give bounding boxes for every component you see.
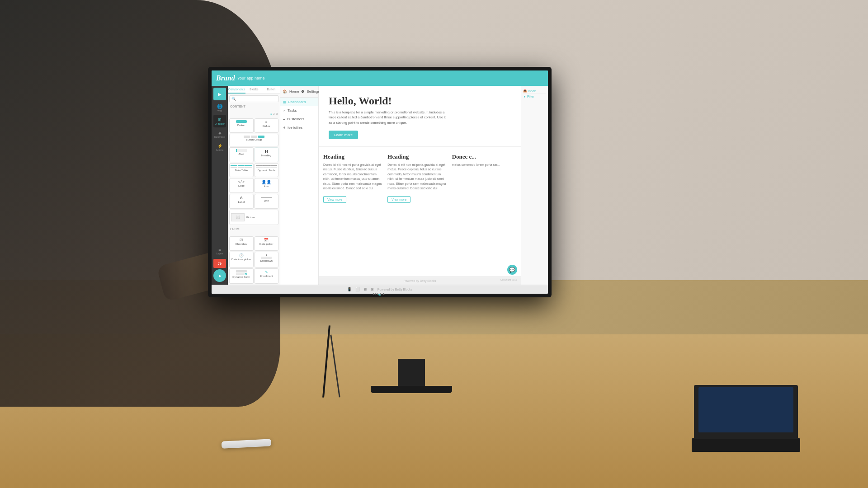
panel-item-enrollment[interactable]: ✎ Enrollment <box>255 268 279 284</box>
card-3: Donec e... metus commodo lorem porta ser… <box>452 153 516 272</box>
dell-label: DELL <box>368 292 391 296</box>
settings-link[interactable]: Settings <box>307 89 320 94</box>
nav-topbar: 🏠 Home ⚙ Settings <box>280 86 318 98</box>
weather-badge: 79 <box>213 259 226 268</box>
panel-item-line[interactable]: Line <box>255 194 279 209</box>
expand-icon[interactable]: ⊞ <box>371 287 374 291</box>
app-name: Your app name <box>237 76 265 80</box>
card-3-text: metus commodo lorem porta ser... <box>452 163 516 168</box>
ui-builder-tool[interactable]: ⊞ UI Builder <box>213 115 226 127</box>
panel-item-button[interactable]: Button <box>229 118 254 133</box>
ice-lollies-icon: ❄ <box>283 126 286 130</box>
learn-more-button[interactable]: Learn more <box>329 131 358 139</box>
nav-sidebar: 🏠 Home ⚙ Settings ▦ Dashboard ✓ Task <box>280 86 319 285</box>
chat-button[interactable]: 💬 <box>507 265 517 275</box>
laptop-lid <box>694 385 798 439</box>
panel-item-date-picker[interactable]: 📅 Date picker <box>255 236 279 251</box>
card-1-button[interactable]: View more <box>323 196 346 203</box>
inbox-icon: 📥 <box>523 89 527 93</box>
panel-item-heading[interactable]: H Heading <box>255 147 279 162</box>
play-button[interactable]: ▶ <box>213 88 226 100</box>
layers-tool[interactable]: ≡ Layers <box>213 245 226 258</box>
background: DELL Brand Your app name ▶ 🌐 Web <box>0 0 868 488</box>
card-3-heading: Donec e... <box>452 153 516 160</box>
brand-logo: Brand <box>216 74 235 82</box>
powered-by-bottom: Powered by Betty Blocks <box>377 288 412 291</box>
hero-title: Hello, World! <box>329 95 511 107</box>
datamodel-tool[interactable]: ◈ Datamodel <box>213 128 226 141</box>
right-panel: 📥 Inbox ▼ Filter <box>521 86 548 285</box>
powered-by: Powered by Betty Blocks <box>404 279 436 282</box>
web-tool[interactable]: 🌐 Web <box>213 102 226 114</box>
actions-tool[interactable]: ⚡ Actions <box>213 141 226 154</box>
component-panel: Components Blocks Button 🔍 CONTENT <box>228 86 280 285</box>
panel-item-icon[interactable]: 👤👤 Icon <box>255 178 279 193</box>
monitor-screen: Brand Your app name ▶ 🌐 Web ⊞ U <box>212 70 548 294</box>
search-icon: 🔍 <box>231 97 236 101</box>
panel-item-dynamic-form[interactable]: ⊕ Dynamic Form <box>229 268 254 284</box>
panel-item-data-table[interactable]: Data Table <box>229 163 254 177</box>
search-box[interactable]: 🔍 <box>229 95 278 102</box>
tool-sidebar: ▶ 🌐 Web ⊞ UI Builder ◈ Datamodel <box>212 86 228 285</box>
filter-item[interactable]: ▼ Filter <box>523 94 546 99</box>
tab-button[interactable]: Button <box>263 86 280 94</box>
cards-grid: Heading Donec id elit non mi porta gravi… <box>319 147 521 277</box>
card-2-heading: Heading <box>387 153 447 160</box>
laptop-base <box>692 438 800 452</box>
tab-blocks[interactable]: Blocks <box>245 86 263 94</box>
card-2: Heading Donec id elit non mi porta gravi… <box>387 153 452 272</box>
customers-icon: ● <box>283 117 285 121</box>
panel-item-label[interactable]: A Label <box>229 194 254 209</box>
monitor-neck <box>398 359 425 386</box>
mobile-icon[interactable]: 📱 <box>347 287 352 291</box>
home-icon: 🏠 <box>283 89 287 94</box>
app-body: ▶ 🌐 Web ⊞ UI Builder ◈ Datamodel <box>212 86 548 285</box>
form-section-label: FORM <box>229 226 278 235</box>
laptop-screen <box>698 387 793 432</box>
card-1-heading: Heading <box>323 153 383 160</box>
panel-item-dynamic-table[interactable]: Dynamic Table <box>255 163 279 177</box>
panel-item-code[interactable]: </> Code <box>229 178 254 193</box>
content-section-label: CONTENT <box>228 103 280 109</box>
copyright: Copyright 2017 <box>500 278 517 281</box>
app-header: Brand Your app name <box>212 70 548 86</box>
filter-icon: ▼ <box>523 95 526 98</box>
tab-components[interactable]: Components <box>228 86 245 94</box>
card-2-button[interactable]: View more <box>387 196 410 203</box>
panel-item-dropdown[interactable]: 1 Dropdown <box>255 252 279 267</box>
dashboard-icon: ▦ <box>283 100 286 104</box>
hero-section: Hello, World! This is a template for a s… <box>319 86 521 147</box>
monitor-base <box>371 386 452 393</box>
profile-button[interactable]: ● <box>213 269 226 282</box>
monitor-bezel: DELL Brand Your app name ▶ 🌐 Web <box>208 67 552 297</box>
items-grid: 1 2 3 Button ≡ <box>228 109 280 285</box>
main-area: Hello, World! This is a template for a s… <box>319 86 521 285</box>
panel-item-alert[interactable]: Alert <box>229 147 254 162</box>
button-preview <box>236 120 247 123</box>
nav-item-dashboard[interactable]: ▦ Dashboard <box>280 98 318 106</box>
tablet-icon[interactable]: ⬜ <box>355 287 360 291</box>
nav-item-ice-lollies[interactable]: ❄ Ice lollies <box>280 123 318 132</box>
nav-item-tasks[interactable]: ✓ Tasks <box>280 106 318 115</box>
panel-search-container: 🔍 <box>228 94 280 103</box>
panel-item-reflex[interactable]: ≡ Reflex <box>255 118 279 133</box>
panel-item-checkbox[interactable]: ☑ Checkbox <box>229 236 254 251</box>
panel-tabs: Components Blocks Button <box>228 86 280 94</box>
panel-item-picture[interactable]: 🖼 Picture <box>229 210 278 225</box>
card-2-text: Donec id elit non mi porta gravida at eg… <box>387 163 447 191</box>
nav-item-customers[interactable]: ● Customers <box>280 115 318 123</box>
hero-description: This is a template for a simple marketin… <box>329 110 446 125</box>
card-1-text: Donec id elit non mi porta gravida at eg… <box>323 163 383 191</box>
inbox-item[interactable]: 📥 Inbox <box>523 88 546 94</box>
pagination: 1 2 3 <box>229 110 278 117</box>
desktop-icon[interactable]: 🖥 <box>363 287 367 291</box>
home-link[interactable]: Home <box>289 89 299 94</box>
settings-icon: ⚙ <box>301 89 304 94</box>
tasks-icon: ✓ <box>283 109 286 113</box>
card-1: Heading Donec id elit non mi porta gravi… <box>323 153 387 272</box>
monitor-outer: DELL Brand Your app name ▶ 🌐 Web <box>208 67 552 320</box>
footer: Powered by Betty Blocks <box>319 277 521 285</box>
panel-item-datetime[interactable]: 🕐 Date time picker <box>229 252 254 267</box>
panel-item-button-group[interactable]: Button Group <box>229 134 278 146</box>
